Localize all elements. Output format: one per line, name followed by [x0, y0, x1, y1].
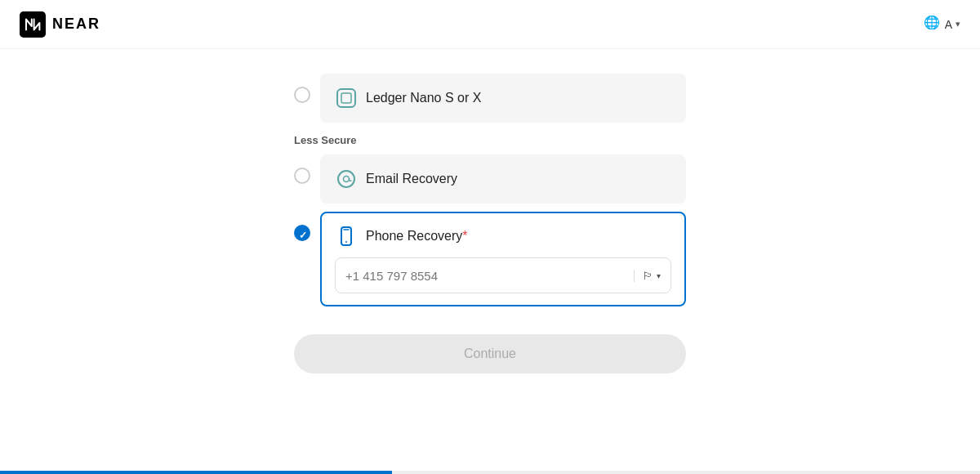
flag-selector[interactable]: 🏳 ▾: [634, 270, 661, 282]
logo-text: NEAR: [52, 16, 100, 33]
svg-rect-0: [20, 11, 46, 38]
bottom-progress-bar: [0, 471, 980, 474]
logo: NEAR: [20, 11, 100, 38]
phone-option-row: Phone Recovery* 🏳 ▾: [294, 212, 686, 306]
email-option-card[interactable]: Email Recovery: [320, 154, 686, 203]
email-icon: [335, 168, 358, 190]
svg-point-4: [338, 171, 354, 187]
ledger-label: Ledger Nano S or X: [366, 91, 481, 105]
app-header: NEAR 🌐 A ▾: [0, 0, 980, 49]
phone-icon: [335, 225, 358, 248]
chevron-down-icon: ▾: [956, 19, 960, 29]
ledger-icon: [335, 87, 358, 110]
phone-input-container: 🏳 ▾: [335, 257, 671, 293]
flag-chevron: ▾: [657, 271, 661, 280]
phone-option-card[interactable]: Phone Recovery* 🏳 ▾: [320, 212, 686, 306]
phone-option-header: Phone Recovery*: [335, 225, 671, 248]
email-option-row: Email Recovery: [294, 154, 686, 203]
near-logo-icon: [20, 11, 46, 38]
progress-indicator: [0, 471, 392, 474]
main-content: Ledger Nano S or X Less Secure: [0, 49, 980, 373]
ledger-option-row: Ledger Nano S or X: [294, 74, 686, 123]
language-icon: 🌐: [924, 15, 942, 34]
language-selector[interactable]: 🌐 A ▾: [924, 15, 960, 34]
svg-text:🌐: 🌐: [924, 15, 940, 29]
ledger-option-card[interactable]: Ledger Nano S or X: [320, 74, 686, 123]
email-radio[interactable]: [294, 168, 310, 184]
continue-button[interactable]: Continue: [294, 334, 686, 373]
less-secure-label: Less Secure: [294, 134, 686, 146]
phone-label: Phone Recovery*: [366, 229, 468, 244]
phone-input[interactable]: [345, 269, 634, 283]
svg-rect-2: [337, 89, 355, 107]
asterisk: *: [462, 229, 467, 243]
email-option-header: Email Recovery: [335, 168, 671, 190]
ledger-option-header: Ledger Nano S or X: [335, 87, 671, 110]
language-label: A: [945, 18, 952, 31]
flag-icon: 🏳: [643, 270, 653, 282]
phone-radio[interactable]: [294, 225, 310, 241]
ledger-radio[interactable]: [294, 87, 310, 103]
svg-rect-3: [341, 93, 351, 103]
svg-point-7: [345, 241, 347, 243]
email-label: Email Recovery: [366, 172, 457, 186]
options-list: Ledger Nano S or X Less Secure: [294, 74, 686, 315]
svg-point-5: [344, 177, 350, 182]
